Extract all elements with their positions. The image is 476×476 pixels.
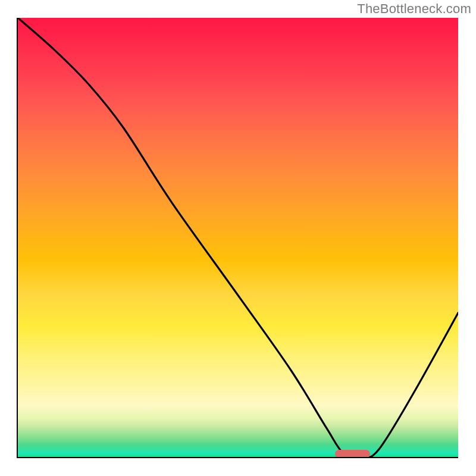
watermark-text: TheBottleneck.com [357, 1, 471, 17]
bottleneck-curve [18, 18, 458, 458]
x-axis [18, 457, 458, 458]
bottleneck-chart: TheBottleneck.com [0, 0, 476, 476]
y-axis [17, 18, 18, 458]
